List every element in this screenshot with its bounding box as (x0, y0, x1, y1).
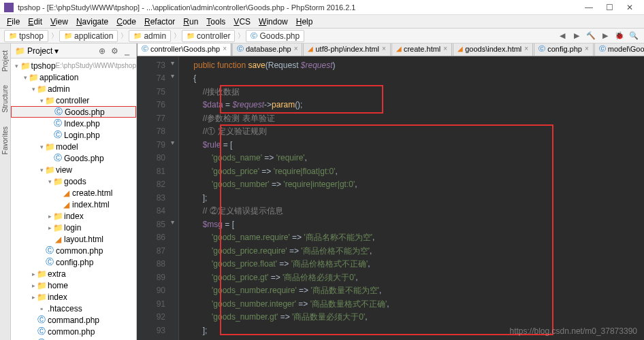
tree-node[interactable]: ▸📁index (11, 210, 136, 222)
favorites-tool-tab[interactable]: Favorites (0, 122, 10, 158)
tree-node[interactable]: Ⓒconfig.php (11, 256, 136, 268)
tree-node[interactable]: Ⓒcommon.php (11, 245, 136, 256)
tree-node[interactable]: ◢layout.html (11, 233, 136, 245)
settings-icon[interactable]: ⚙ (109, 46, 120, 56)
tree-node[interactable]: ▾📁admin (11, 83, 136, 95)
build-button[interactable]: 🔨 (585, 30, 597, 42)
close-tab-icon[interactable]: × (223, 45, 227, 52)
tree-node[interactable]: ▸📁login (11, 222, 136, 233)
editor-tab[interactable]: Ⓒcontroller\Goods.php× (137, 44, 231, 56)
window-title: tpshop - [E:\phpStudy\WWW\tpshop] - ...\… (18, 3, 579, 12)
tree-node[interactable]: ⒸGoods.php (11, 106, 136, 118)
fold-marker[interactable]: ▾ (171, 72, 178, 79)
breadcrumb-item[interactable]: 📁tpshop (4, 30, 48, 42)
tree-node[interactable]: ▾📁controller (11, 95, 136, 106)
tree-node[interactable]: ▸📁index (11, 291, 136, 303)
structure-tool-tab[interactable]: Structure (0, 81, 10, 117)
project-tool-tab[interactable]: Project (0, 46, 10, 75)
code-editor[interactable]: 7374757677787980818283848586878889909192… (137, 56, 644, 341)
menu-run[interactable]: Run (179, 16, 202, 28)
fold-marker[interactable]: ▾ (171, 59, 178, 66)
run-button[interactable]: ▶ (599, 30, 611, 42)
menu-bar: FileEditViewNavigateCodeRefactorRunTools… (0, 15, 644, 29)
breadcrumb-item[interactable]: 📁application (59, 30, 118, 42)
hide-button[interactable]: ⎯ (121, 46, 132, 56)
menu-window[interactable]: Window (255, 16, 292, 28)
menu-vcs[interactable]: VCS (229, 16, 255, 28)
code-text[interactable]: public function save(Request $request) {… (179, 56, 644, 341)
menu-refactor[interactable]: Refactor (140, 16, 179, 28)
tree-node[interactable]: ▾📁view (11, 164, 136, 175)
project-sidebar: 📁Project ▾ ⊕ ⚙ ⎯ ▾📁tpshop E:\phpStudy\WW… (11, 44, 137, 340)
tree-node[interactable]: Ⓒcommon.php (11, 326, 136, 337)
fold-marker[interactable]: ▾ (171, 139, 178, 146)
menu-help[interactable]: Help (292, 16, 317, 28)
menu-view[interactable]: View (46, 16, 72, 28)
editor-tab[interactable]: ◢create.html× (391, 44, 452, 56)
menu-navigate[interactable]: Navigate (72, 16, 112, 28)
editor-tabs: Ⓒcontroller\Goods.php×Ⓒdatabase.php×◢utf… (137, 44, 644, 56)
app-icon (4, 3, 14, 12)
tree-node[interactable]: ▾📁goods (11, 175, 136, 187)
editor-tab[interactable]: ◢utf8-php\index.html× (303, 44, 390, 56)
menu-code[interactable]: Code (112, 16, 140, 28)
breadcrumb-item[interactable]: ⒸGoods.php (246, 30, 304, 42)
tree-node[interactable]: ⒸGoods.php (11, 152, 136, 164)
tree-node[interactable]: ◢index.html (11, 199, 136, 210)
search-button[interactable]: 🔍 (628, 30, 640, 42)
breadcrumb-item[interactable]: 📁admin (129, 30, 171, 42)
back-button[interactable]: ◀ (556, 30, 568, 42)
editor-tab[interactable]: Ⓒdatabase.php× (232, 44, 303, 56)
tree-node[interactable]: ◢create.html (11, 187, 136, 199)
tree-node[interactable]: ⒸLogin.php (11, 129, 136, 141)
fold-marker[interactable]: ▾ (171, 218, 178, 225)
tree-node[interactable]: ▸📁extra (11, 268, 136, 279)
menu-edit[interactable]: Edit (24, 16, 46, 28)
editor-tab[interactable]: Ⓒconfig.php× (534, 44, 594, 56)
window-titlebar: tpshop - [E:\phpStudy\WWW\tpshop] - ...\… (0, 0, 644, 15)
forward-button[interactable]: ▶ (570, 30, 583, 42)
tree-node[interactable]: ▾📁model (11, 141, 136, 152)
project-tree[interactable]: ▾📁tpshop E:\phpStudy\WWW\tpshop▾📁applica… (11, 58, 136, 340)
watermark: https://blog.csdn.net/m0_37873390 (510, 326, 637, 336)
menu-file[interactable]: File (3, 16, 24, 28)
project-icon: 📁 (15, 46, 25, 56)
tree-node[interactable]: ▾📁application (11, 71, 136, 83)
collapse-button[interactable]: ⊕ (97, 46, 108, 56)
breadcrumb-bar: 📁tpshop〉📁application〉📁admin〉📁controller〉… (0, 29, 644, 44)
editor-tab[interactable]: ◢goods\index.html× (453, 44, 533, 56)
close-tab-icon[interactable]: × (294, 45, 298, 52)
close-tab-icon[interactable]: × (585, 45, 589, 52)
close-tab-icon[interactable]: × (524, 45, 528, 52)
menu-tools[interactable]: Tools (202, 16, 229, 28)
tree-node[interactable]: ▸📁home (11, 279, 136, 291)
editor-tab[interactable]: Ⓒmodel\Goods.php× (594, 44, 644, 56)
line-gutter: 7374757677787980818283848586878889909192… (137, 56, 170, 341)
close-tab-icon[interactable]: × (443, 45, 447, 52)
close-tab-icon[interactable]: × (382, 45, 386, 52)
left-tool-gutter: Project Structure Favorites (0, 44, 11, 340)
tree-node[interactable]: ▪.htaccess (11, 303, 136, 314)
close-button[interactable]: ✕ (619, 3, 640, 12)
editor-area: Ⓒcontroller\Goods.php×Ⓒdatabase.php×◢utf… (137, 44, 644, 340)
maximize-button[interactable]: ☐ (599, 3, 619, 12)
tree-node[interactable]: Ⓒcommand.php (11, 314, 136, 326)
tree-node[interactable]: Ⓒconfig.php (11, 337, 136, 340)
fold-strip: ▾ ▾ ▾ ▾ (170, 56, 179, 341)
tree-node[interactable]: ⒸIndex.php (11, 118, 136, 129)
breadcrumb-item[interactable]: 📁controller (182, 30, 235, 42)
minimize-button[interactable]: — (579, 3, 599, 12)
project-header: 📁Project ▾ ⊕ ⚙ ⎯ (11, 44, 136, 58)
debug-button[interactable]: 🐞 (613, 30, 626, 42)
tree-node[interactable]: ▾📁tpshop E:\phpStudy\WWW\tpshop (11, 60, 136, 71)
